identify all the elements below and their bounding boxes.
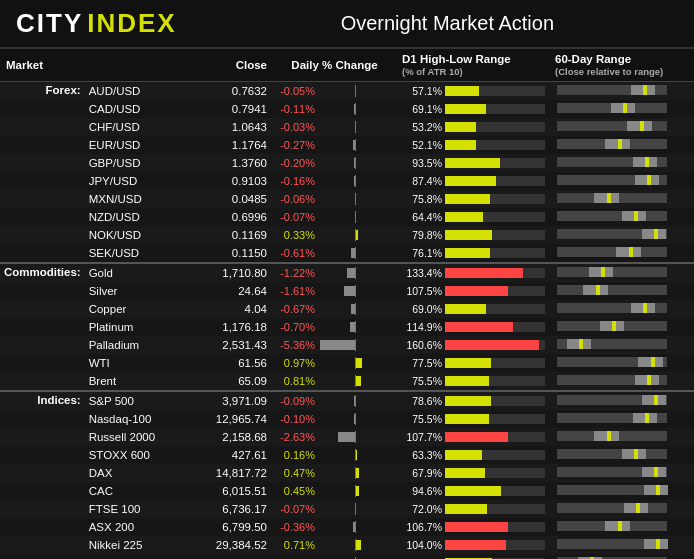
daily-change-cell: -0.06% (273, 190, 396, 208)
logo: CITY INDEX (16, 8, 177, 39)
header: CITY INDEX Overnight Market Action (0, 0, 694, 49)
market-name: ASX 200 (85, 518, 205, 536)
close-value: 65.09 (205, 372, 273, 391)
daily-change-cell: -0.61% (273, 244, 396, 263)
close-value: 1,176.18 (205, 318, 273, 336)
close-value: 3,971.09 (205, 391, 273, 410)
d1-range-cell: 75.5% (396, 410, 549, 428)
app-container: CITY INDEX Overnight Market Action Marke… (0, 0, 694, 559)
table-row: Platinum1,176.18-0.70%114.9% (0, 318, 694, 336)
market-name: CAC (85, 482, 205, 500)
daily-change-cell: -0.07% (273, 500, 396, 518)
table-row: SEK/USD0.1150-0.61%76.1% (0, 244, 694, 263)
d1-range-cell: 87.4% (396, 172, 549, 190)
daily-change-cell: 0.81% (273, 372, 396, 391)
market-table: Market Close Daily % Change D1 High-Low … (0, 49, 694, 559)
60day-range-cell (549, 154, 694, 172)
table-row: WTI61.560.97%77.5% (0, 354, 694, 372)
th-daily: Daily % Change (273, 49, 396, 82)
60day-range-cell (549, 282, 694, 300)
section-label (0, 154, 85, 172)
d1-range-cell: 76.1% (396, 244, 549, 263)
daily-change-cell: 0.97% (273, 354, 396, 372)
table-row: CAD/USD0.7941-0.11%69.1% (0, 100, 694, 118)
table-row: Hang Seng28,338.300.01%79.9% (0, 554, 694, 559)
table-row: Nikkei 22529,384.520.71%104.0% (0, 536, 694, 554)
table-row: Commodities:Gold1,710.80-1.22%133.4% (0, 263, 694, 282)
daily-change-cell: -0.20% (273, 154, 396, 172)
market-name: Platinum (85, 318, 205, 336)
d1-range-cell: 57.1% (396, 82, 549, 101)
close-value: 1.3760 (205, 154, 273, 172)
60day-range-cell (549, 482, 694, 500)
60day-range-cell (549, 263, 694, 282)
market-name: NOK/USD (85, 226, 205, 244)
d1-range-cell: 107.7% (396, 428, 549, 446)
logo-index: INDEX (87, 8, 176, 39)
table-row: Russell 20002,158.68-2.63%107.7% (0, 428, 694, 446)
daily-change-cell: -0.67% (273, 300, 396, 318)
d1-range-cell: 69.1% (396, 100, 549, 118)
d1-range-cell: 78.6% (396, 391, 549, 410)
section-label (0, 536, 85, 554)
d1-range-cell: 63.3% (396, 446, 549, 464)
d1-range-cell: 106.7% (396, 518, 549, 536)
table-row: ASX 2006,799.50-0.36%106.7% (0, 518, 694, 536)
d1-range-cell: 72.0% (396, 500, 549, 518)
d1-range-cell: 64.4% (396, 208, 549, 226)
daily-change-cell: -0.07% (273, 208, 396, 226)
section-label (0, 172, 85, 190)
table-row: Copper4.04-0.67%69.0% (0, 300, 694, 318)
60day-range-cell (549, 554, 694, 559)
close-value: 6,799.50 (205, 518, 273, 536)
daily-change-cell: -0.27% (273, 136, 396, 154)
market-name: SEK/USD (85, 244, 205, 263)
section-label (0, 554, 85, 559)
daily-change-cell: -0.70% (273, 318, 396, 336)
60day-range-cell (549, 190, 694, 208)
market-name: MXN/USD (85, 190, 205, 208)
d1-range-cell: 133.4% (396, 263, 549, 282)
close-value: 24.64 (205, 282, 273, 300)
table-row: NZD/USD0.6996-0.07%64.4% (0, 208, 694, 226)
page-title: Overnight Market Action (217, 12, 678, 35)
market-name: AUD/USD (85, 82, 205, 101)
close-value: 0.0485 (205, 190, 273, 208)
close-value: 1.1764 (205, 136, 273, 154)
section-label (0, 190, 85, 208)
close-value: 427.61 (205, 446, 273, 464)
daily-change-cell: -1.22% (273, 263, 396, 282)
market-name: Palladium (85, 336, 205, 354)
close-value: 6,015.51 (205, 482, 273, 500)
market-name: Gold (85, 263, 205, 282)
market-name: Copper (85, 300, 205, 318)
60day-range-cell (549, 300, 694, 318)
60day-range-cell (549, 136, 694, 154)
section-label (0, 226, 85, 244)
section-label (0, 300, 85, 318)
section-label (0, 136, 85, 154)
60day-range-cell (549, 428, 694, 446)
section-label (0, 428, 85, 446)
daily-change-cell: 0.01% (273, 554, 396, 559)
column-headers: Market Close Daily % Change D1 High-Low … (0, 49, 694, 82)
market-name: S&P 500 (85, 391, 205, 410)
60day-range-cell (549, 410, 694, 428)
market-name: JPY/USD (85, 172, 205, 190)
d1-range-cell: 67.9% (396, 464, 549, 482)
market-name: FTSE 100 (85, 500, 205, 518)
table-row: Indices:S&P 5003,971.09-0.09%78.6% (0, 391, 694, 410)
market-name: CHF/USD (85, 118, 205, 136)
60day-range-cell (549, 391, 694, 410)
60day-range-cell (549, 226, 694, 244)
d1-range-cell: 77.5% (396, 354, 549, 372)
close-value: 1.0643 (205, 118, 273, 136)
close-value: 2,531.43 (205, 336, 273, 354)
daily-change-cell: 0.45% (273, 482, 396, 500)
close-value: 0.9103 (205, 172, 273, 190)
market-name: GBP/USD (85, 154, 205, 172)
table-row: Palladium2,531.43-5.36%160.6% (0, 336, 694, 354)
table-row: JPY/USD0.9103-0.16%87.4% (0, 172, 694, 190)
60day-range-cell (549, 318, 694, 336)
daily-change-cell: 0.47% (273, 464, 396, 482)
